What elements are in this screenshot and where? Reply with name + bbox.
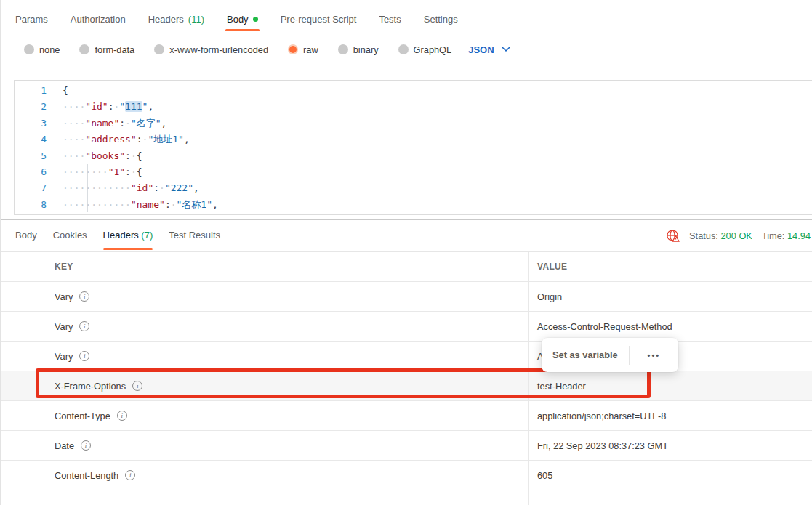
whitespace-dots: ···· <box>63 150 85 161</box>
table-row[interactable]: Content-Lengthi605 <box>1 461 812 490</box>
tab-label: Tests <box>379 14 401 25</box>
code-text: { <box>63 83 68 99</box>
tab-label: Params <box>15 14 48 25</box>
header-key: Vary <box>55 291 73 302</box>
radio-icon[interactable] <box>79 44 89 54</box>
whitespace-dots: · <box>125 118 131 129</box>
json-brace: { <box>137 166 142 177</box>
radio-icon[interactable] <box>154 44 164 54</box>
set-as-variable-popup: Set as variable ••• <box>542 338 678 372</box>
value-cell: Origin <box>529 282 812 311</box>
tab-authorization[interactable]: Authorization <box>71 14 126 33</box>
set-as-variable-button[interactable]: Set as variable <box>542 350 629 360</box>
json-string: "名称1" <box>177 199 212 210</box>
radio-label: form-data <box>95 44 134 55</box>
table-row[interactable]: Content-Typeiapplication/json;charset=UT… <box>1 401 812 431</box>
response-headers-table: KEY VALUE VaryiOriginVaryiAccess-Control… <box>1 251 812 505</box>
language-selector[interactable]: JSON <box>468 44 510 55</box>
radio-icon[interactable] <box>398 44 409 54</box>
json-comma: , <box>212 199 218 210</box>
body-type-form-data[interactable]: form-data <box>79 44 134 55</box>
body-type-raw[interactable]: raw <box>288 44 318 55</box>
table-row[interactable]: VaryiAccess-Control-Request-Method <box>1 312 812 342</box>
time-indicator: Time: 14.94 <box>762 230 811 241</box>
response-bar: BodyCookiesHeaders (7)Test Results Statu… <box>1 220 812 251</box>
whitespace-dots: ············ <box>63 182 131 193</box>
radio-icon[interactable] <box>24 44 34 54</box>
whitespace-dots: ···· <box>63 118 85 129</box>
response-tab-cookies[interactable]: Cookies <box>53 221 87 251</box>
time-value: 14.94 <box>787 230 811 241</box>
whitespace-dots: ········ <box>63 166 108 177</box>
tab-label: Test Results <box>169 230 220 241</box>
tab-label: Headers <box>148 14 184 25</box>
line-number: 8 <box>15 197 47 213</box>
table-row[interactable]: VaryiOrigin <box>1 282 812 312</box>
radio-label: GraphQL <box>414 44 452 55</box>
whitespace-dots: ···· <box>63 101 85 112</box>
header-value: 605 <box>537 470 552 481</box>
info-icon[interactable]: i <box>117 411 127 421</box>
status-indicator: Status: 200 OK <box>689 230 752 241</box>
tab-count-badge: (11) <box>188 14 204 25</box>
code-text: ····"name":·"名字", <box>63 116 166 132</box>
code-text: ············"name":·"名称1", <box>63 197 218 213</box>
tab-label: Cookies <box>53 230 87 241</box>
header-key: Date <box>55 440 74 451</box>
code-line[interactable]: 8············"name":·"名称1", <box>15 197 812 213</box>
tab-params[interactable]: Params <box>15 14 48 33</box>
tab-tests[interactable]: Tests <box>379 14 401 33</box>
json-string: "地址1" <box>148 134 183 145</box>
table-header-row: KEY VALUE <box>1 252 812 282</box>
body-type-x-www-form-urlencoded[interactable]: x-www-form-urlencoded <box>154 44 268 55</box>
table-row[interactable]: X-Frame-Optionsitest-Header <box>1 371 812 401</box>
code-line[interactable]: 2····"id":·"111", <box>15 99 812 115</box>
chevron-down-icon[interactable] <box>502 47 510 52</box>
code-line[interactable]: 4····"address":·"地址1", <box>15 132 812 148</box>
code-line[interactable]: 1{ <box>15 83 812 99</box>
key-cell: Varyi <box>41 342 529 371</box>
body-type-graphql[interactable]: GraphQL <box>398 44 452 55</box>
response-tab-body[interactable]: Body <box>15 221 37 251</box>
json-string: "222" <box>165 182 193 193</box>
info-icon[interactable]: i <box>81 440 91 451</box>
tab-body[interactable]: Body <box>227 14 258 33</box>
json-key: "id" <box>85 101 108 112</box>
status-value: 200 OK <box>720 230 752 241</box>
tab-settings[interactable]: Settings <box>424 14 458 33</box>
tab-pre-request-script[interactable]: Pre-request Script <box>281 14 357 33</box>
code-line[interactable]: 6········"1":·{ <box>15 164 812 180</box>
language-selector-label[interactable]: JSON <box>468 44 494 55</box>
info-icon[interactable]: i <box>79 321 89 331</box>
json-colon: : <box>153 182 159 193</box>
tab-label: Pre-request Script <box>281 14 357 25</box>
code-line[interactable]: 3····"name":·"名字", <box>15 116 812 132</box>
table-row[interactable]: DateiFri, 22 Sep 2023 08:37:23 GMT <box>1 431 812 461</box>
info-icon[interactable]: i <box>132 381 142 391</box>
key-cell: Varyi <box>41 282 529 311</box>
more-options-button[interactable]: ••• <box>630 351 678 360</box>
info-icon[interactable]: i <box>125 470 135 480</box>
header-value: application/json;charset=UTF-8 <box>537 411 666 421</box>
tab-label: Settings <box>424 14 458 25</box>
response-tab-test-results[interactable]: Test Results <box>169 221 220 251</box>
radio-icon[interactable] <box>338 44 348 54</box>
code-line[interactable]: 5····"books":·{ <box>15 148 812 164</box>
json-body-editor[interactable]: 1{2····"id":·"111",3····"name":·"名字",4··… <box>14 80 812 215</box>
json-comma: , <box>184 134 190 145</box>
table-row[interactable]: VaryiAccess-Control-Request-Headers <box>1 342 812 371</box>
tab-headers[interactable]: Headers(11) <box>148 14 204 33</box>
tab-count-badge: (7) <box>139 230 153 241</box>
value-cell: 605 <box>529 461 812 490</box>
body-type-none[interactable]: none <box>24 44 60 55</box>
radio-icon[interactable] <box>288 44 298 54</box>
info-icon[interactable]: i <box>79 291 89 302</box>
info-icon[interactable]: i <box>79 351 89 361</box>
body-type-binary[interactable]: binary <box>338 44 379 55</box>
header-value: Origin <box>537 291 562 302</box>
whitespace-dots: · <box>131 166 137 177</box>
json-string: "名字" <box>131 118 161 129</box>
code-line[interactable]: 7············"id":·"222", <box>15 180 812 196</box>
response-tab-headers[interactable]: Headers (7) <box>103 221 153 251</box>
globe-error-icon[interactable] <box>665 229 680 243</box>
